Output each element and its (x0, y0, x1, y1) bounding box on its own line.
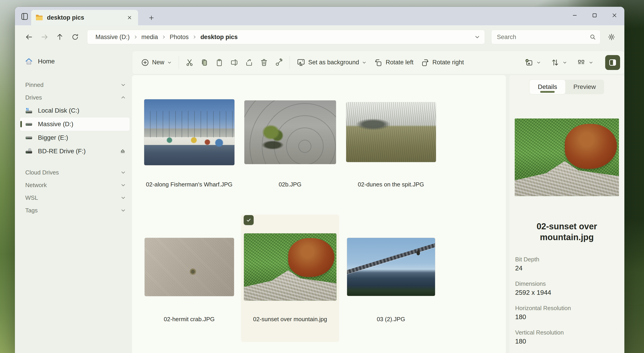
set-as-background-button[interactable]: Set as background (293, 54, 370, 71)
copy-button[interactable] (197, 54, 212, 71)
property-value: 180 (515, 336, 620, 346)
close-icon (611, 12, 618, 18)
search-input[interactable] (497, 34, 590, 41)
drive-label: Bigger (E:) (38, 134, 126, 141)
maximize-icon (592, 12, 598, 18)
tab-preview[interactable]: Preview (565, 80, 604, 94)
plus-icon (148, 15, 154, 21)
rotate-left-button[interactable]: Rotate left (370, 54, 417, 71)
wallpaper-icon (296, 58, 306, 67)
up-arrow-icon (56, 33, 64, 41)
forward-button[interactable] (38, 30, 51, 44)
sort-button[interactable] (547, 54, 571, 71)
file-tile-02b[interactable]: 02b.JPG (241, 80, 339, 207)
sort-icon (550, 58, 560, 67)
chevron-down-icon (120, 208, 126, 213)
eject-icon[interactable] (119, 148, 126, 154)
copy-icon (200, 58, 209, 67)
sidebar-item-home[interactable]: Home (20, 54, 130, 68)
minimize-button[interactable] (565, 7, 585, 24)
image-check-icon (524, 58, 534, 67)
close-window-button[interactable] (604, 7, 624, 24)
share-icon (245, 58, 254, 67)
sidebar-item-local-disk-c[interactable]: Local Disk (C:) (20, 104, 130, 117)
sidebar-item-massive-d[interactable]: Massive (D:) (20, 117, 130, 131)
cut-button[interactable] (182, 54, 197, 71)
drive-icon (25, 120, 33, 128)
breadcrumb-item-media[interactable]: media (139, 33, 160, 42)
tools-button[interactable] (272, 54, 286, 71)
sidebar-section-tags[interactable]: Tags (20, 204, 130, 217)
sidebar-item-bigger-e[interactable]: Bigger (E:) (20, 131, 130, 144)
thumbnail-image[interactable] (244, 234, 336, 301)
file-tile-03-2[interactable]: 03 (2).JPG (342, 215, 440, 342)
share-button[interactable] (242, 54, 256, 71)
refresh-button[interactable] (68, 30, 82, 44)
toolbar-divider (290, 56, 290, 69)
back-button[interactable] (22, 30, 36, 44)
thumbnail-image[interactable] (244, 100, 336, 164)
drive-label: Local Disk (C:) (38, 107, 126, 114)
thumbnail-image[interactable] (347, 238, 435, 296)
file-tile-hermit-crab[interactable]: 02-hermit crab.JPG (140, 215, 238, 342)
thumbnail-image[interactable] (145, 238, 234, 296)
thumbnail-image[interactable] (346, 102, 436, 162)
up-button[interactable] (53, 30, 66, 44)
rotate-left-label: Rotate left (386, 59, 414, 66)
system-drive-icon (25, 106, 33, 115)
details-pane-toggle-button[interactable] (605, 55, 620, 70)
settings-button[interactable] (605, 30, 618, 44)
section-label: Cloud Drives (25, 169, 120, 176)
new-tab-button[interactable] (146, 12, 157, 24)
back-arrow-icon (25, 33, 33, 41)
forward-arrow-icon (40, 33, 48, 41)
sidebar: Home Pinned Drives (15, 49, 132, 353)
sidebar-section-cloud-drives[interactable]: Cloud Drives (20, 166, 130, 179)
delete-button[interactable] (256, 54, 272, 71)
folder-icon (35, 14, 43, 22)
selection-checkbox[interactable] (244, 215, 254, 225)
paste-button[interactable] (212, 54, 227, 71)
sidebar-section-pinned[interactable]: Pinned (20, 78, 130, 91)
select-options-button[interactable] (521, 54, 545, 71)
new-button[interactable]: New (137, 54, 176, 71)
tab-details[interactable]: Details (530, 80, 565, 94)
rename-button[interactable] (227, 54, 242, 71)
maximize-button[interactable] (585, 7, 604, 24)
command-bar: New (132, 51, 624, 74)
trash-icon (260, 58, 268, 67)
breadcrumb-item-photos[interactable]: Photos (168, 33, 191, 42)
tab-desktop-pics[interactable]: desktop pics (31, 10, 138, 25)
sidebar-section-wsl[interactable]: WSL (20, 192, 130, 204)
address-dropdown-button[interactable] (474, 34, 480, 40)
search-box (491, 30, 600, 44)
gear-icon (608, 33, 615, 41)
tab-list-button[interactable] (18, 10, 31, 22)
sidebar-section-network[interactable]: Network (20, 179, 130, 192)
section-label: Pinned (25, 82, 120, 88)
rotate-left-icon (374, 58, 383, 67)
chevron-down-icon (362, 60, 367, 65)
breadcrumb-item-drive[interactable]: Massive (D:) (93, 33, 132, 42)
sidebar-item-label: Home (38, 58, 126, 65)
view-button[interactable] (573, 54, 597, 71)
tab-close-button[interactable] (125, 13, 134, 22)
details-properties: Bit Depth 24 Dimensions 2592 x 1944 Hori… (509, 243, 624, 353)
breadcrumb-item-current[interactable]: desktop pics (198, 33, 240, 42)
drive-icon (25, 134, 33, 142)
file-tile-wharf[interactable]: 02-along Fisherman's Wharf.JPG (140, 80, 238, 207)
rotate-right-button[interactable]: Rotate right (417, 54, 468, 71)
cut-icon (185, 58, 194, 67)
file-name: 02-hermit crab.JPG (164, 316, 214, 323)
new-label: New (152, 59, 164, 66)
thumbnail-image[interactable] (144, 99, 234, 165)
property-value: 24 (515, 263, 620, 273)
sidebar-item-bdre-f[interactable]: BD-RE Drive (F:) (20, 144, 130, 158)
file-tile-sunset-mountain-selected[interactable]: 02-sunset over mountain.jpg (241, 215, 339, 342)
search-icon[interactable] (590, 34, 596, 40)
address-bar[interactable]: Massive (D:) media Photos desktop pics (87, 30, 485, 44)
sidebar-section-drives[interactable]: Drives (20, 91, 130, 104)
titlebar: desktop pics (15, 7, 624, 25)
file-name: 02b.JPG (279, 181, 302, 188)
file-tile-dunes[interactable]: 02-dunes on the spit.JPG (342, 80, 440, 207)
